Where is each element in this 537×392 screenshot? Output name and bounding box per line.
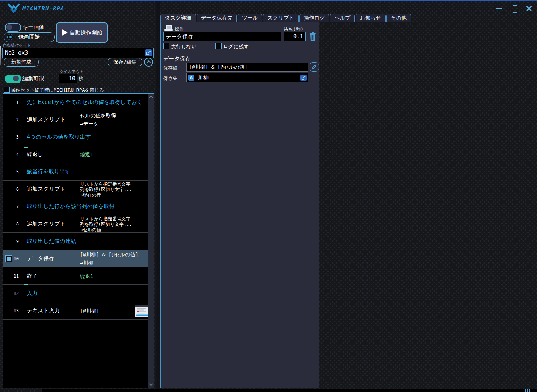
step-title: 終了 [27, 273, 38, 279]
step-number: 9 [5, 239, 22, 244]
tab-content-area: 操作 待ち(秒) 実行しない ログに残す データ保存 保存値 保存先 A [160, 22, 533, 388]
step-title: 4つのセルの値を取り出す [27, 134, 91, 140]
step-title: 取り出した値の連結 [27, 238, 76, 245]
collapse-chevron-up-icon[interactable] [144, 58, 153, 67]
step-checkbox[interactable] [5, 255, 12, 262]
taskbar-indicator [529, 389, 530, 392]
taskbar-indicator [524, 389, 524, 392]
michiru-rpa-window: { "window": { "title": "MICHIRU-RPA" }, … [0, 0, 537, 392]
key-image-label: キー画像 [22, 24, 44, 31]
step-number: 1 [5, 100, 22, 105]
record-start-button[interactable]: 録画開始 [4, 32, 55, 42]
step-title: データ保存 [27, 255, 54, 262]
operation-input[interactable] [163, 32, 281, 41]
close-on-end-label: 操作セット終了時にMICHIRU RPAを閉じる [11, 87, 104, 93]
step-title: 追加スクリプト [27, 116, 66, 123]
toggle-knob [13, 76, 19, 81]
close-icon[interactable] [525, 5, 533, 12]
taskbar-indicator [525, 389, 526, 392]
timeout-input[interactable] [59, 74, 77, 83]
save-value-label: 保存値 [163, 65, 177, 71]
taskbar-indicator [527, 389, 528, 392]
auto-start-button[interactable]: 自動操作開始 [56, 22, 108, 43]
step-number: 6 [5, 187, 22, 192]
step-number: 7 [5, 204, 22, 209]
destination-external-link-icon[interactable] [300, 75, 307, 81]
step-row-13[interactable]: 13テキスト入力[@川柳] [3, 302, 154, 320]
auto-set-label: 自動操作セット [3, 43, 31, 48]
step-title: 先にExcelから全てのセルの値を取得しておく [27, 99, 143, 106]
michiru-logo-icon [7, 3, 20, 14]
step-row-3[interactable]: 34つのセルの値を取り出す [3, 128, 154, 146]
step-row-6[interactable]: 6追加スクリプトリストから指定番号文字列を取得(区切り文字...→現在の行 [3, 181, 154, 198]
key-image-toggle[interactable] [5, 23, 21, 32]
toggle-knob [6, 24, 12, 30]
step-number: 8 [5, 222, 22, 227]
trash-icon[interactable] [309, 32, 317, 42]
step-detail: 繰返1 [80, 272, 144, 280]
step-row-7[interactable]: 7取り出した行から該当列の値を取得 [3, 198, 154, 215]
laptop-icon [164, 25, 173, 31]
step-row-9[interactable]: 9取り出した値の連結 [3, 233, 154, 250]
record-start-label: 録画開始 [4, 33, 54, 42]
step-row-2[interactable]: 2追加スクリプトセルの値を取得→データ [3, 111, 154, 128]
tab-tools[interactable]: ツール [238, 14, 262, 22]
editable-label: 編集可能 [22, 75, 44, 82]
section-divider [161, 52, 319, 52]
step-detail: 繰返1 [80, 150, 144, 159]
window-top-border [0, 0, 537, 1]
tab-bar: タスク詳細データ保存先ツールスクリプト操作ログヘルプお知らせその他 [160, 14, 411, 22]
auto-set-external-link-icon[interactable] [145, 49, 152, 56]
step-title: 該当行を取り出す [27, 168, 71, 175]
tab-operation-log[interactable]: 操作ログ [299, 14, 330, 22]
tab-task-detail[interactable]: タスク詳細 [160, 14, 196, 23]
step-number: 4 [5, 152, 22, 157]
close-on-end-checkbox[interactable] [4, 87, 10, 93]
auto-set-input-wrap [2, 48, 154, 58]
step-row-12[interactable]: 12入力 [3, 285, 154, 302]
step-detail: リストから指定番号文字列を取得(区切り文字...→セルの値 [80, 216, 144, 232]
data-save-section-title: データ保存 [163, 55, 191, 62]
save-destination-value: 川柳 [198, 75, 209, 81]
step-detail: [@川柳] [80, 307, 144, 315]
step-number: 11 [5, 274, 22, 279]
tab-data-destination[interactable]: データ保存先 [197, 14, 237, 22]
keep-log-checkbox[interactable] [215, 43, 222, 49]
step-number: 5 [5, 169, 22, 174]
wait-seconds-input[interactable] [284, 32, 306, 41]
timeout-unit-label: 秒 [79, 76, 83, 82]
step-title: 追加スクリプト [27, 220, 66, 227]
keep-log-label: ログに残す [223, 43, 249, 50]
save-destination-input[interactable]: A 川柳 [186, 73, 308, 82]
scroll-up-icon[interactable] [149, 95, 153, 99]
auto-start-label: 自動操作開始 [70, 29, 102, 36]
app-title: MICHIRU-RPA [22, 5, 64, 12]
step-row-10[interactable]: 10データ保存[@川柳] & [@セルの値]→川柳 [3, 250, 154, 267]
auto-set-input[interactable] [3, 48, 146, 58]
step-row-1[interactable]: 1先にExcelから全てのセルの値を取得しておく [3, 94, 154, 111]
step-row-8[interactable]: 8追加スクリプトリストから指定番号文字列を取得(区切り文字...→セルの値 [3, 215, 154, 233]
step-number: 2 [5, 117, 22, 122]
save-edit-button[interactable]: 保存/編集 [108, 58, 142, 66]
skip-execution-label: 実行しない [171, 43, 197, 50]
tab-news[interactable]: お知らせ [356, 14, 386, 22]
step-screenshot-thumbnail[interactable] [135, 305, 150, 317]
tab-help[interactable]: ヘルプ [330, 14, 355, 22]
step-row-11[interactable]: 11終了繰返1 [3, 267, 154, 285]
save-value-input[interactable] [186, 63, 308, 72]
step-row-4[interactable]: 4繰返し繰返1 [3, 146, 154, 163]
step-row-5[interactable]: 5該当行を取り出す [3, 163, 154, 181]
list-scrollbar[interactable] [148, 94, 154, 388]
taskbar-edge [42, 389, 537, 392]
variable-type-badge: A [188, 75, 194, 81]
tab-script[interactable]: スクリプト [263, 14, 298, 22]
maximize-icon[interactable] [511, 5, 519, 12]
scroll-down-icon[interactable] [149, 382, 153, 386]
skip-execution-checkbox[interactable] [163, 43, 169, 49]
minimize-icon[interactable] [495, 5, 503, 12]
tab-others[interactable]: その他 [386, 14, 411, 22]
new-create-button[interactable]: 新規作成 [4, 58, 39, 67]
pencil-edit-icon[interactable] [310, 62, 319, 72]
step-title: 取り出した行から該当列の値を取得 [27, 203, 114, 210]
editable-toggle[interactable] [5, 75, 21, 83]
